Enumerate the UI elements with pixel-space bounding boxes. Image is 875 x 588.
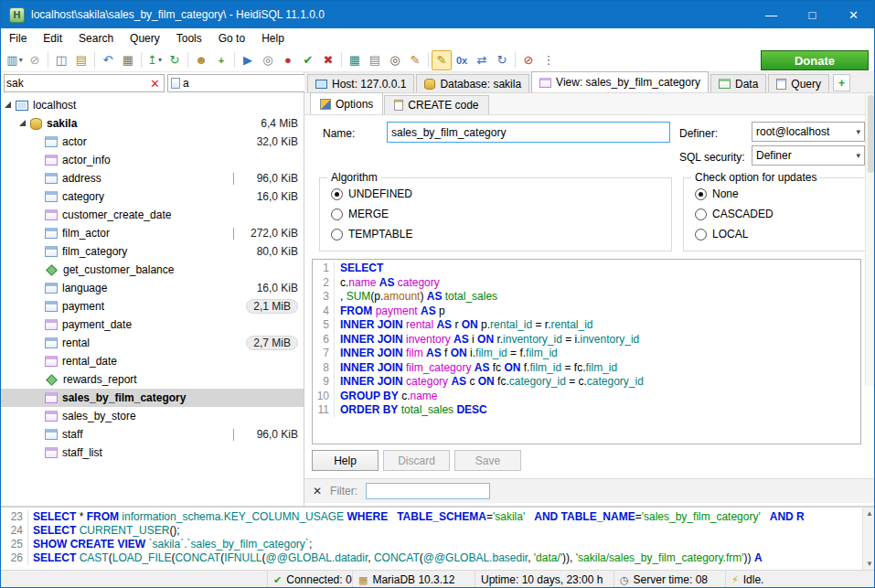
table-filter-input[interactable] bbox=[6, 77, 148, 90]
tree-item-payment_date[interactable]: payment_date bbox=[1, 315, 304, 334]
second-filter-input[interactable] bbox=[183, 77, 325, 90]
radio-algorithm-merge[interactable]: MERGE bbox=[331, 208, 389, 220]
tree-item-staff_list[interactable]: staff_list bbox=[1, 444, 304, 462]
radio-icon[interactable] bbox=[695, 229, 707, 241]
user-manager-icon[interactable]: ☻ bbox=[191, 50, 211, 70]
minimize-button[interactable]: — bbox=[751, 1, 792, 28]
options-scrollbar[interactable] bbox=[865, 93, 875, 386]
maximize-button[interactable]: □ bbox=[792, 1, 833, 28]
undo-icon-glyph: ↶ bbox=[103, 53, 113, 67]
run-query-icon[interactable]: ▶ bbox=[238, 50, 258, 70]
hex-icon[interactable]: 0x bbox=[452, 50, 472, 70]
tree-item-payment[interactable]: payment2,1 MiB bbox=[1, 297, 304, 315]
clipboard-icon[interactable]: ▤ bbox=[365, 50, 385, 70]
radio-check-option-local[interactable]: LOCAL bbox=[695, 228, 748, 241]
tree-item-address[interactable]: address96,0 KiB bbox=[1, 169, 304, 187]
stop-icon[interactable]: ● bbox=[278, 50, 298, 70]
sql-security-combobox[interactable]: Definer ▾ bbox=[752, 145, 865, 166]
tree-item-localhost[interactable]: localhost bbox=[1, 96, 304, 114]
tree-item-get_customer_balance[interactable]: get_customer_balance bbox=[1, 261, 304, 279]
disconnect-icon[interactable]: ⊘ bbox=[25, 50, 45, 70]
tree-item-sakila[interactable]: sakila6,4 MiB bbox=[1, 114, 304, 133]
check-icon[interactable]: ✔ bbox=[298, 50, 318, 70]
line-number: 10 bbox=[313, 390, 335, 404]
scrollbar-thumb[interactable] bbox=[868, 95, 874, 173]
radio-algorithm-temptable[interactable]: TEMPTABLE bbox=[331, 228, 412, 241]
tree-item-rental[interactable]: rental2,7 MiB bbox=[1, 334, 304, 352]
tree-item-customer_create_date[interactable]: customer_create_date bbox=[1, 206, 304, 224]
edit-icon[interactable]: ✎ bbox=[405, 50, 425, 70]
session-manager-icon[interactable]: ▥▾ bbox=[5, 50, 25, 70]
tree-item-film_actor[interactable]: film_actor272,0 KiB bbox=[1, 224, 304, 242]
filter-input[interactable] bbox=[366, 483, 490, 499]
expand-arrow-icon[interactable] bbox=[19, 120, 26, 126]
highlighter-icon[interactable]: ✎ bbox=[432, 50, 452, 70]
scroll-up-icon[interactable]: ▲ bbox=[866, 509, 873, 518]
log-scrollbar[interactable]: ▲ ▼ bbox=[862, 508, 875, 570]
tree-item-label: staff bbox=[62, 428, 82, 441]
copy-icon[interactable]: ◫ bbox=[51, 50, 71, 70]
menu-help[interactable]: Help bbox=[253, 28, 293, 48]
tree-item-sales_by_store[interactable]: sales_by_store bbox=[1, 407, 304, 425]
tab-data[interactable]: Data bbox=[710, 74, 766, 92]
save-button[interactable]: Save bbox=[454, 450, 521, 471]
radio-icon[interactable] bbox=[695, 188, 707, 200]
tree-item-staff[interactable]: staff96,0 KiB bbox=[1, 425, 304, 444]
expand-arrow-icon[interactable] bbox=[5, 102, 11, 108]
discard-button[interactable]: Discard bbox=[383, 450, 450, 471]
new-query-tab-button[interactable]: + bbox=[833, 74, 850, 91]
close-button[interactable]: ✕ bbox=[833, 1, 874, 28]
tree-item-rewards_report[interactable]: rewards_report bbox=[1, 370, 304, 389]
definer-combobox[interactable]: root@localhost ▾ bbox=[752, 122, 865, 142]
donate-button[interactable]: Donate bbox=[761, 50, 869, 70]
undo-icon[interactable]: ↶ bbox=[98, 50, 118, 70]
tab-database-sakila[interactable]: Database: sakila bbox=[416, 74, 529, 92]
tree-item-category[interactable]: category16,0 KiB bbox=[1, 187, 304, 206]
abort-icon[interactable]: ⊘ bbox=[518, 50, 539, 70]
tree-item-size: 16,0 KiB bbox=[257, 282, 298, 294]
radio-icon[interactable] bbox=[331, 208, 343, 220]
tab-host-127-0-0-1[interactable]: Host: 127.0.0.1 bbox=[307, 74, 414, 92]
line-number: 25 bbox=[1, 538, 28, 551]
radio-icon[interactable] bbox=[331, 229, 343, 241]
export-icon[interactable]: ↥▾ bbox=[144, 50, 165, 70]
scroll-down-icon[interactable]: ▼ bbox=[866, 560, 873, 568]
tree-item-rental_date[interactable]: rental_date bbox=[1, 352, 304, 370]
radio-check-option-none[interactable]: None bbox=[695, 187, 739, 200]
cancel-icon[interactable]: ✖ bbox=[318, 50, 338, 70]
sql-editor[interactable]: 1SELECT2c.name AS category3, SUM(p.amoun… bbox=[312, 259, 861, 444]
paste-icon[interactable]: ▤ bbox=[71, 50, 91, 70]
menu-query[interactable]: Query bbox=[122, 28, 168, 48]
help-button[interactable]: Help bbox=[312, 450, 379, 471]
view-name-input[interactable] bbox=[387, 122, 670, 143]
tree-item-actor_info[interactable]: actor_info bbox=[1, 151, 304, 169]
close-filter-icon[interactable]: ✕ bbox=[313, 485, 322, 497]
create-database-icon[interactable]: + bbox=[211, 50, 231, 70]
menu-go-to[interactable]: Go to bbox=[210, 28, 253, 48]
compare-icon[interactable]: ⇄ bbox=[472, 50, 492, 70]
clear-filter-icon[interactable]: ✕ bbox=[148, 78, 162, 90]
subtab-options[interactable]: Options bbox=[310, 92, 383, 114]
menu-search[interactable]: Search bbox=[70, 28, 122, 48]
tree-item-language[interactable]: language16,0 KiB bbox=[1, 279, 304, 297]
radio-icon[interactable] bbox=[695, 208, 707, 220]
overflow-icon[interactable]: ⋮ bbox=[539, 50, 559, 70]
radio-icon[interactable] bbox=[331, 188, 343, 200]
reconnect-icon[interactable]: ↻ bbox=[492, 50, 512, 70]
pause-icon[interactable]: ◎ bbox=[258, 50, 278, 70]
tree-item-actor[interactable]: actor32,0 KiB bbox=[1, 133, 304, 151]
refresh-icon[interactable]: ↻ bbox=[165, 50, 185, 70]
search-icon[interactable]: ◎ bbox=[385, 50, 405, 70]
table-tools-icon[interactable]: ▦ bbox=[345, 50, 365, 70]
tab-query[interactable]: Query bbox=[768, 74, 829, 92]
menu-edit[interactable]: Edit bbox=[35, 28, 70, 48]
tree-item-sales_by_film_category[interactable]: sales_by_film_category bbox=[1, 389, 304, 407]
subtab-create-code[interactable]: CREATE code bbox=[384, 95, 488, 114]
print-icon[interactable]: ▦ bbox=[118, 50, 138, 70]
radio-algorithm-undefined[interactable]: UNDEFINED bbox=[331, 187, 412, 200]
tab-view-sales-by-film-category[interactable]: View: sales_by_film_category bbox=[531, 71, 709, 92]
radio-check-option-cascaded[interactable]: CASCADED bbox=[695, 208, 774, 220]
tree-item-film_category[interactable]: film_category80,0 KiB bbox=[1, 242, 304, 261]
menu-tools[interactable]: Tools bbox=[168, 28, 210, 48]
menu-file[interactable]: File bbox=[1, 28, 35, 48]
